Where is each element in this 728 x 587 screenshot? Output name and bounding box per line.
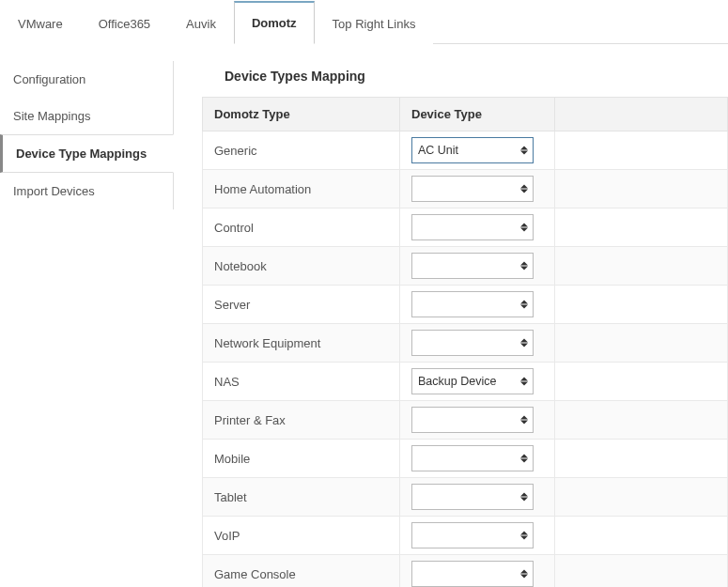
device-types-table: Domotz Type Device Type GenericAC UnitHo… [202, 97, 728, 587]
device-type-select-wrap: AC Unit [411, 137, 534, 163]
table-row: Game Console [203, 555, 728, 588]
device-type-select-wrap [411, 176, 534, 202]
device-type-select[interactable] [411, 291, 534, 317]
device-type-select[interactable]: Backup Device [411, 368, 534, 394]
top-tab-bar: VMwareOffice365AuvikDomotzTop Right Link… [0, 0, 728, 44]
device-type-select[interactable] [411, 522, 534, 548]
device-type-cell [400, 324, 555, 363]
domotz-type-cell: Game Console [203, 555, 400, 588]
domotz-type-cell: Network Equipment [203, 324, 400, 363]
device-type-select[interactable] [411, 214, 534, 240]
device-type-cell [400, 555, 555, 588]
device-type-select[interactable] [411, 445, 534, 471]
device-type-cell [400, 170, 555, 209]
extra-cell [555, 440, 728, 478]
domotz-type-cell: Home Automation [203, 170, 400, 209]
table-row: Home Automation [203, 170, 728, 209]
table-row: Network Equipment [203, 324, 728, 363]
sidebar-item-device-type-mappings[interactable]: Device Type Mappings [0, 134, 174, 173]
top-tab-domotz[interactable]: Domotz [234, 1, 315, 44]
table-row: Control [203, 209, 728, 247]
device-type-cell [400, 478, 555, 517]
table-row: GenericAC Unit [203, 131, 728, 170]
device-type-cell [400, 401, 555, 440]
device-type-select[interactable]: AC Unit [411, 137, 534, 163]
device-type-select-wrap: Backup Device [411, 368, 534, 394]
extra-cell [555, 131, 728, 170]
top-tab-auvik[interactable]: Auvik [168, 3, 234, 44]
device-type-select-wrap [411, 330, 534, 356]
device-type-select[interactable] [411, 176, 534, 202]
header-extra [555, 98, 728, 131]
extra-cell [555, 401, 728, 440]
table-row: Notebook [203, 247, 728, 286]
section-title: Device Types Mapping [202, 61, 728, 97]
top-tab-vmware[interactable]: VMware [0, 3, 81, 44]
top-tab-office365[interactable]: Office365 [81, 3, 168, 44]
domotz-type-cell: Printer & Fax [203, 401, 400, 440]
extra-cell [555, 286, 728, 324]
device-type-cell [400, 247, 555, 286]
extra-cell [555, 555, 728, 588]
extra-cell [555, 247, 728, 286]
domotz-type-cell: Notebook [203, 247, 400, 286]
sidebar-item-import-devices[interactable]: Import Devices [0, 173, 174, 209]
device-type-select-wrap [411, 561, 534, 587]
device-type-select-wrap [411, 407, 534, 433]
device-type-select-wrap [411, 484, 534, 510]
device-type-select-wrap [411, 291, 534, 317]
extra-cell [555, 363, 728, 401]
device-type-select-wrap [411, 522, 534, 548]
domotz-type-cell: Server [203, 286, 400, 324]
device-type-select[interactable] [411, 330, 534, 356]
table-row: NASBackup Device [203, 363, 728, 401]
domotz-type-cell: Mobile [203, 440, 400, 478]
table-row: Mobile [203, 440, 728, 478]
device-type-select[interactable] [411, 484, 534, 510]
domotz-type-cell: Generic [203, 131, 400, 170]
extra-cell [555, 478, 728, 517]
device-type-cell [400, 286, 555, 324]
sidebar-item-site-mappings[interactable]: Site Mappings [0, 98, 174, 134]
device-type-select-wrap [411, 214, 534, 240]
table-row: Tablet [203, 478, 728, 517]
device-type-select[interactable] [411, 561, 534, 587]
domotz-type-cell: Tablet [203, 478, 400, 517]
extra-cell [555, 324, 728, 363]
extra-cell [555, 170, 728, 209]
sidebar: ConfigurationSite MappingsDevice Type Ma… [0, 54, 174, 587]
header-domotz-type: Domotz Type [203, 98, 400, 131]
extra-cell [555, 517, 728, 555]
device-type-cell [400, 517, 555, 555]
sidebar-item-configuration[interactable]: Configuration [0, 61, 174, 98]
device-type-cell: Backup Device [400, 363, 555, 401]
header-device-type: Device Type [400, 98, 555, 131]
table-row: Server [203, 286, 728, 324]
content-area: ConfigurationSite MappingsDevice Type Ma… [0, 44, 728, 587]
device-type-cell [400, 209, 555, 247]
table-row: Printer & Fax [203, 401, 728, 440]
main-panel: Device Types Mapping Domotz Type Device … [174, 54, 728, 587]
domotz-type-cell: VoIP [203, 517, 400, 555]
device-type-select-wrap [411, 445, 534, 471]
domotz-type-cell: Control [203, 209, 400, 247]
device-type-select[interactable] [411, 253, 534, 279]
device-type-cell: AC Unit [400, 131, 555, 170]
top-tab-top-right-links[interactable]: Top Right Links [315, 3, 434, 44]
domotz-type-cell: NAS [203, 363, 400, 401]
device-type-select-wrap [411, 253, 534, 279]
device-type-select[interactable] [411, 407, 534, 433]
table-row: VoIP [203, 517, 728, 555]
extra-cell [555, 209, 728, 247]
device-type-cell [400, 440, 555, 478]
